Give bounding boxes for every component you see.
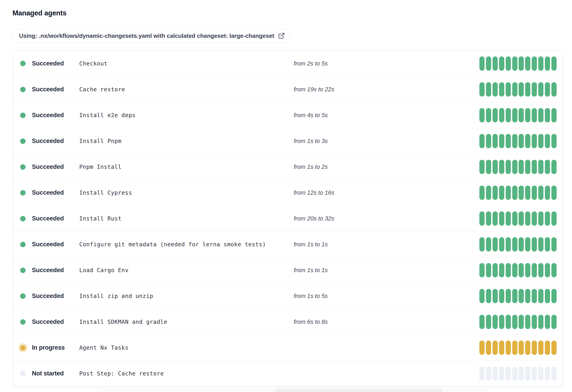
agent-pill[interactable] (525, 108, 530, 122)
agent-step-row[interactable]: SucceededInstall Cypressfrom 12s to 16s (13, 180, 562, 206)
agent-pill[interactable] (519, 263, 524, 277)
agent-pill[interactable] (499, 263, 504, 277)
agent-pill[interactable] (525, 263, 530, 277)
agent-pill[interactable] (512, 212, 517, 226)
agent-pill[interactable] (532, 160, 537, 174)
agent-pill[interactable] (486, 108, 491, 122)
agent-pill[interactable] (545, 56, 550, 71)
agent-pill[interactable] (532, 108, 537, 122)
agent-step-row[interactable]: SucceededLoad Cargo Envfrom 1s to 1s (13, 257, 562, 283)
agent-pill[interactable] (493, 341, 498, 355)
agent-pill[interactable] (532, 263, 537, 277)
agent-pill[interactable] (493, 56, 498, 71)
agent-pill[interactable] (486, 263, 491, 277)
agent-pill[interactable] (538, 56, 543, 71)
agent-pill[interactable] (538, 212, 543, 226)
agent-pill[interactable] (551, 237, 556, 251)
agent-pill[interactable] (512, 186, 517, 200)
agent-pill[interactable] (525, 237, 530, 251)
agent-pill[interactable] (493, 289, 498, 303)
agent-pill[interactable] (486, 341, 491, 355)
agent-pill[interactable] (551, 134, 556, 148)
agent-pill[interactable] (479, 212, 485, 226)
agent-pill[interactable] (499, 186, 504, 200)
agent-pill[interactable] (493, 82, 498, 97)
agent-step-row[interactable]: Not startedPost Step: Cache restore (13, 360, 562, 386)
agent-pill[interactable] (479, 82, 485, 97)
agent-pill[interactable] (538, 289, 543, 303)
agent-pill[interactable] (486, 315, 491, 329)
agent-pill[interactable] (538, 186, 543, 200)
agent-pill[interactable] (479, 315, 485, 329)
agent-pill[interactable] (551, 56, 556, 71)
agent-pill[interactable] (493, 186, 498, 200)
agent-pill[interactable] (493, 237, 498, 251)
agent-pill[interactable] (493, 366, 498, 381)
agent-pill[interactable] (532, 212, 537, 226)
agent-pill[interactable] (525, 366, 530, 381)
agent-pill[interactable] (506, 289, 511, 303)
agent-pill[interactable] (545, 366, 550, 381)
agent-pill[interactable] (519, 108, 524, 122)
agent-pill[interactable] (525, 341, 530, 355)
agent-pill[interactable] (512, 160, 517, 174)
agent-pill[interactable] (519, 341, 524, 355)
agent-pill[interactable] (486, 366, 491, 381)
agent-pill[interactable] (506, 263, 511, 277)
agent-pill[interactable] (525, 134, 530, 148)
agent-pill[interactable] (479, 186, 485, 200)
agent-pill[interactable] (512, 341, 517, 355)
agent-step-row[interactable]: SucceededInstall SDKMAN and gradlefrom 6… (13, 309, 562, 335)
agent-pill[interactable] (493, 212, 498, 226)
agent-pill[interactable] (486, 82, 491, 97)
agent-pill[interactable] (506, 108, 511, 122)
agent-pill[interactable] (486, 160, 491, 174)
agent-pill[interactable] (545, 212, 550, 226)
agent-pill[interactable] (532, 341, 537, 355)
agent-pill[interactable] (545, 186, 550, 200)
agent-pill[interactable] (519, 186, 524, 200)
agent-pill[interactable] (538, 134, 543, 148)
agent-pill[interactable] (499, 315, 504, 329)
agent-pill[interactable] (519, 82, 524, 97)
agent-pill[interactable] (538, 366, 543, 381)
agent-pill[interactable] (525, 289, 530, 303)
agent-pill[interactable] (506, 341, 511, 355)
agent-pill[interactable] (551, 263, 556, 277)
agent-pill[interactable] (545, 82, 550, 97)
agent-step-row[interactable]: In progressAgent Nx Tasks (13, 335, 562, 360)
agent-pill[interactable] (512, 289, 517, 303)
agent-pill[interactable] (506, 212, 511, 226)
agent-pill[interactable] (551, 82, 556, 97)
agent-step-row[interactable]: SucceededPnpm Installfrom 1s to 2s (13, 154, 562, 180)
agent-pill[interactable] (545, 108, 550, 122)
agent-step-row[interactable]: SucceededInstall Pnpmfrom 1s to 3s (13, 128, 562, 154)
agent-pill[interactable] (486, 56, 491, 71)
agent-pill[interactable] (538, 315, 543, 329)
agent-pill[interactable] (525, 160, 530, 174)
agent-pill[interactable] (532, 289, 537, 303)
agent-pill[interactable] (551, 186, 556, 200)
agent-pill[interactable] (512, 56, 517, 71)
agent-pill[interactable] (479, 341, 485, 355)
agent-pill[interactable] (479, 160, 485, 174)
agent-pill[interactable] (486, 186, 491, 200)
agent-pill[interactable] (551, 160, 556, 174)
agent-pill[interactable] (512, 315, 517, 329)
agent-pill[interactable] (499, 212, 504, 226)
agent-pill[interactable] (512, 134, 517, 148)
agent-pill[interactable] (493, 160, 498, 174)
agent-pill[interactable] (499, 289, 504, 303)
agent-pill[interactable] (499, 56, 504, 71)
agent-pill[interactable] (486, 212, 491, 226)
agent-pill[interactable] (538, 108, 543, 122)
agent-pill[interactable] (519, 366, 524, 381)
agent-pill[interactable] (499, 160, 504, 174)
agent-pill[interactable] (551, 212, 556, 226)
agent-pill[interactable] (532, 366, 537, 381)
agent-pill[interactable] (506, 56, 511, 71)
agent-pill[interactable] (486, 134, 491, 148)
agent-step-row[interactable]: SucceededConfigure git metadata (needed … (13, 231, 562, 257)
agent-pill[interactable] (538, 263, 543, 277)
agent-pill[interactable] (525, 186, 530, 200)
